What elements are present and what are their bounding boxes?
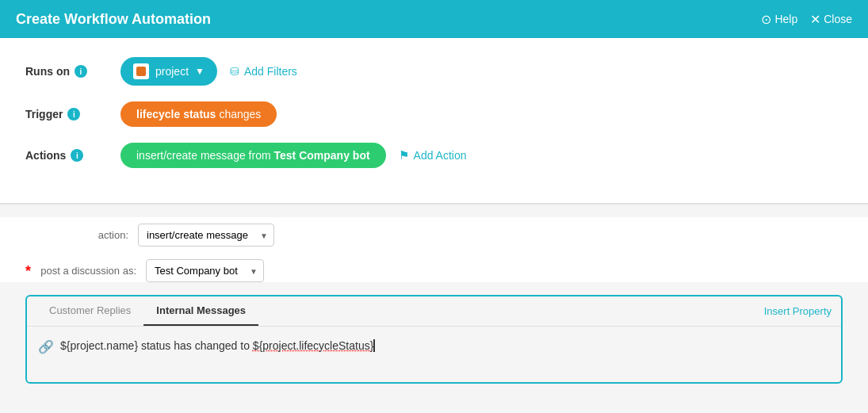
action-badge[interactable]: insert/create message from Test Company … xyxy=(120,143,386,168)
close-label: Close xyxy=(824,13,852,25)
header: Create Workflow Automation ⊙ Help ✕ Clos… xyxy=(0,0,868,38)
message-body: 🔗 ${project.name} status has changed to … xyxy=(27,327,841,382)
page-title: Create Workflow Automation xyxy=(16,11,211,28)
detail-section: action: insert/create message * post a d… xyxy=(0,217,868,282)
trigger-label: Trigger i xyxy=(25,108,120,120)
tab-customer-replies[interactable]: Customer Replies xyxy=(36,296,143,326)
project-value: project xyxy=(155,65,189,78)
message-text[interactable]: ${project.name} status has changed to ${… xyxy=(60,338,375,354)
post-as-select[interactable]: Test Company bot xyxy=(146,259,264,282)
action-select[interactable]: insert/create message xyxy=(138,224,274,247)
add-filters-button[interactable]: ⛁ Add Filters xyxy=(230,65,297,78)
project-icon-inner xyxy=(136,67,146,76)
insert-property-label: Insert Property xyxy=(764,305,832,317)
runs-on-info-icon[interactable]: i xyxy=(75,65,87,78)
message-tabs: Customer Replies Internal Messages Inser… xyxy=(27,296,841,327)
help-label: Help xyxy=(774,13,797,25)
required-star: * xyxy=(25,262,31,279)
dropdown-arrow-icon: ▼ xyxy=(195,66,205,77)
help-icon: ⊙ xyxy=(761,12,771,27)
header-actions: ⊙ Help ✕ Close xyxy=(761,12,852,27)
runs-on-section: project ▼ ⛁ Add Filters xyxy=(120,57,297,86)
trigger-badge[interactable]: lifecycle status changes xyxy=(120,101,277,127)
tab-internal-messages[interactable]: Internal Messages xyxy=(143,296,258,326)
filter-icon: ⛁ xyxy=(230,65,239,78)
message-editor: Customer Replies Internal Messages Inser… xyxy=(25,295,843,384)
main-form: Runs on i project ▼ ⛁ Add Filters Trigge… xyxy=(0,38,868,204)
actions-section: insert/create message from Test Company … xyxy=(120,143,467,168)
add-filters-label: Add Filters xyxy=(244,65,297,78)
runs-on-label: Runs on i xyxy=(25,65,120,78)
divider xyxy=(0,204,868,205)
post-as-row: * post a discussion as: Test Company bot xyxy=(25,259,843,282)
action-detail-label: action: xyxy=(25,229,128,241)
action-detail-row: action: insert/create message xyxy=(25,224,843,247)
actions-row: Actions i insert/create message from Tes… xyxy=(25,143,843,168)
action-part1: insert/create message from xyxy=(136,149,271,162)
action-part2: Test Company bot xyxy=(274,149,370,162)
trigger-part1: lifecycle status xyxy=(136,108,216,120)
project-dropdown[interactable]: project ▼ xyxy=(120,57,217,86)
trigger-part2: changes xyxy=(219,108,261,120)
actions-info-icon[interactable]: i xyxy=(71,149,83,162)
runs-on-row: Runs on i project ▼ ⛁ Add Filters xyxy=(25,57,843,86)
trigger-row: Trigger i lifecycle status changes xyxy=(25,101,843,127)
tabs-left: Customer Replies Internal Messages xyxy=(36,296,258,326)
attachment-icon: 🔗 xyxy=(38,339,54,354)
add-action-label: Add Action xyxy=(414,149,467,162)
add-action-button[interactable]: ⚑ Add Action xyxy=(399,148,467,163)
post-as-label: post a discussion as: xyxy=(33,265,136,277)
flag-icon: ⚑ xyxy=(399,148,409,163)
post-as-select-wrapper: Test Company bot xyxy=(146,259,264,282)
close-button[interactable]: ✕ Close xyxy=(810,12,852,27)
insert-property-button[interactable]: Insert Property xyxy=(764,305,832,317)
close-icon: ✕ xyxy=(810,12,820,27)
action-select-wrapper: insert/create message xyxy=(138,224,274,247)
actions-label: Actions i xyxy=(25,149,120,162)
project-icon xyxy=(133,63,149,79)
trigger-info-icon[interactable]: i xyxy=(67,108,80,120)
help-button[interactable]: ⊙ Help xyxy=(761,12,797,27)
